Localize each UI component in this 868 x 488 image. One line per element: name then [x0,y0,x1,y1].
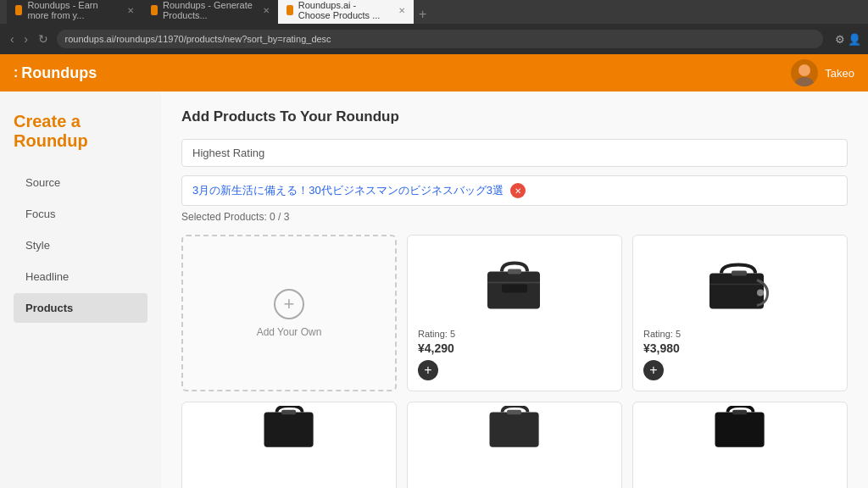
avatar [791,59,818,86]
tab-favicon-2 [151,5,158,15]
main-layout: Create a Roundup Source Focus Style Head… [0,92,868,488]
browser-extra-icons: ⚙ 👤 [835,33,861,46]
sidebar-item-headline[interactable]: Headline [14,262,147,291]
nav-forward[interactable]: › [20,30,31,47]
sidebar-item-source[interactable]: Source [14,168,147,197]
add-own-icon[interactable]: + [274,289,304,319]
svg-rect-12 [489,413,538,447]
product-card-1: Rating: 5 ¥4,290 + [407,235,622,391]
address-text: roundups.ai/roundups/11970/products/new?… [65,34,331,44]
product-grid: + Add Your Own Rating: 5 ¥4,290 + [181,235,848,391]
browser-chrome: ‹ › ↻ roundups.ai/roundups/11970/product… [0,24,868,54]
filter-label: Highest Rating [192,147,264,159]
content-title: Add Products To Your Roundup [181,108,848,125]
product-image-partial-3 [258,406,321,452]
svg-rect-11 [281,410,296,415]
filter-bar[interactable]: Highest Rating [181,139,848,167]
svg-point-9 [757,289,764,296]
tab-3[interactable]: Roundups.ai - Choose Products ... ✕ [278,0,414,24]
tab-favicon-1 [15,5,22,15]
logo-icon: : [14,65,18,80]
svg-rect-3 [508,269,521,274]
extensions-icon[interactable]: ⚙ [835,33,845,46]
tab-label-1: Roundups - Earn more from y... [27,0,119,20]
page-title: Create a Roundup [14,112,147,151]
bag-svg-3 [258,406,321,452]
product-rating-1: Rating: 5 [418,329,455,339]
url-suggestion-bar: 3月の新生活に備える！30代ビジネスマンのビジネスバッグ3選 ✕ [181,175,848,206]
product-price-1: ¥4,290 [418,341,454,355]
tab-favicon-3 [287,5,293,15]
browser-tabs-bar: Roundups - Earn more from y... ✕ Roundup… [0,0,868,24]
add-own-card[interactable]: + Add Your Own [181,235,397,391]
browser-controls: ‹ › ↻ [7,30,52,47]
svg-rect-15 [732,410,747,415]
product-price-2: ¥3,980 [643,341,680,355]
tab-close-3[interactable]: ✕ [398,6,405,15]
svg-rect-13 [507,410,521,415]
sidebar-item-focus[interactable]: Focus [14,199,147,229]
nav-reload[interactable]: ↻ [35,30,52,47]
svg-rect-10 [264,413,313,447]
nav-back[interactable]: ‹ [7,30,18,47]
product-card-3 [181,402,397,488]
product-card-2: Rating: 5 ¥3,980 + [632,235,848,391]
add-product-1-button[interactable]: + [418,360,438,380]
address-bar[interactable]: roundups.ai/roundups/11970/products/new?… [57,30,823,48]
content-area: Add Products To Your Roundup Highest Rat… [161,92,868,488]
product-card-4 [407,402,622,488]
product-card-5 [632,402,848,488]
sidebar-item-style[interactable]: Style [14,230,147,260]
svg-point-1 [795,77,814,86]
user-area: Takeo [791,59,854,86]
product-image-partial-4 [483,406,547,452]
product-rating-2: Rating: 5 [643,329,681,339]
bag-svg-5 [709,406,772,452]
product-grid-row2 [181,402,848,488]
sidebar-item-label-source: Source [25,176,60,189]
new-tab-button[interactable]: + [414,5,431,24]
add-own-label: Add Your Own [257,326,322,338]
sidebar: Create a Roundup Source Focus Style Head… [0,92,161,488]
svg-rect-6 [709,273,764,308]
tab-close-2[interactable]: ✕ [263,6,270,15]
tab-2[interactable]: Roundups - Generate Products... ✕ [142,0,278,24]
svg-rect-14 [715,413,764,447]
sidebar-item-label-products: Products [25,302,73,314]
logo-text: Roundups [21,64,97,82]
product-image-2 [706,246,774,322]
svg-rect-5 [502,284,527,292]
sidebar-item-label-focus: Focus [25,208,55,220]
sidebar-item-label-style: Style [25,239,50,252]
profile-icon[interactable]: 👤 [848,33,861,46]
close-suggestion-badge[interactable]: ✕ [510,183,526,198]
bag-svg-4 [483,406,547,452]
sidebar-nav: Source Focus Style Headline Products [14,168,147,323]
tab-close-1[interactable]: ✕ [127,6,134,15]
sidebar-item-products[interactable]: Products [14,293,147,323]
tab-1[interactable]: Roundups - Earn more from y... ✕ [7,0,142,24]
url-suggestion-link[interactable]: 3月の新生活に備える！30代ビジネスマンのビジネスバッグ3選 [192,183,504,198]
bag-svg-2 [706,252,774,316]
username: Takeo [825,67,854,80]
app-logo: : Roundups [14,64,97,82]
product-image-partial-5 [709,406,772,452]
add-product-2-button[interactable]: + [643,360,664,380]
selected-products-info: Selected Products: 0 / 3 [181,211,848,223]
product-image-1 [481,246,548,322]
sidebar-item-label-headline: Headline [25,270,69,283]
tab-label-2: Roundups - Generate Products... [163,0,254,20]
svg-point-0 [798,64,810,76]
tab-label-3: Roundups.ai - Choose Products ... [298,0,390,20]
bag-svg-1 [481,252,548,316]
app-header: : Roundups Takeo [0,54,868,92]
svg-rect-7 [732,270,747,275]
